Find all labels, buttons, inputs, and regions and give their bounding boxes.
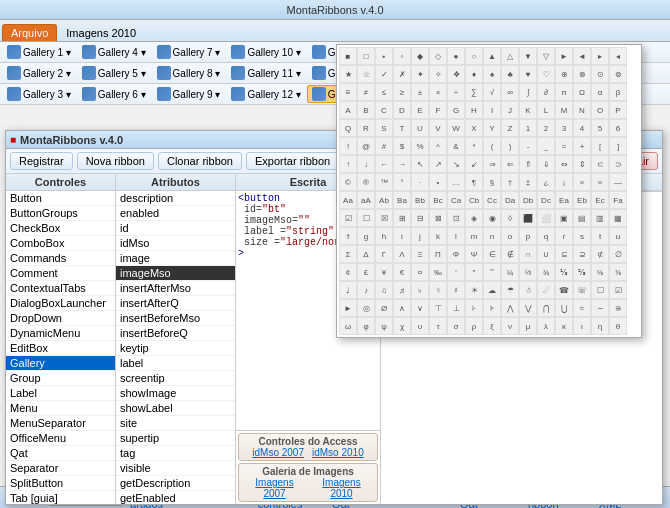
control-item[interactable]: Gallery [6,356,115,371]
overlay-icon[interactable]: ☒ [375,209,393,227]
attr-item[interactable]: insertBeforeMso [116,311,235,326]
control-item[interactable]: CheckBox [6,221,115,236]
overlay-icon[interactable]: ◄ [573,47,591,65]
control-item[interactable]: ComboBox [6,236,115,251]
overlay-icon[interactable]: π [555,83,573,101]
overlay-icon[interactable]: ♪ [357,281,375,299]
overlay-icon[interactable]: R [357,119,375,137]
overlay-icon[interactable]: ↘ [447,155,465,173]
attr-item[interactable]: tag [116,446,235,461]
overlay-icon[interactable]: ∉ [501,245,519,263]
overlay-icon[interactable]: ! [339,137,357,155]
overlay-icon[interactable]: ⊟ [411,209,429,227]
attr-item[interactable]: insertBeforeQ [116,326,235,341]
gallery-2[interactable]: Gallery 2 ▾ [2,64,76,82]
overlay-icon[interactable]: ⊆ [555,245,573,263]
overlay-icon[interactable]: ♯ [447,281,465,299]
overlay-icon[interactable]: ≈ [573,299,591,317]
overlay-icon[interactable]: ′ [447,263,465,281]
overlay-icon[interactable]: ‴ [483,263,501,281]
overlay-icon[interactable]: g [357,227,375,245]
overlay-icon[interactable]: ► [339,299,357,317]
overlay-icon[interactable]: N [573,101,591,119]
clone-ribbon-button[interactable]: Clonar ribbon [158,152,242,170]
overlay-icon[interactable]: † [501,173,519,191]
overlay-icon[interactable]: ⋁ [519,299,537,317]
overlay-icon[interactable]: ☑ [609,281,627,299]
overlay-icon[interactable]: q [537,227,555,245]
overlay-icon[interactable]: ♬ [393,281,411,299]
overlay-icon[interactable]: ▤ [573,209,591,227]
overlay-icon[interactable]: ⊂ [591,155,609,173]
overlay-icon[interactable]: B [357,101,375,119]
overlay-icon[interactable]: ○ [465,47,483,65]
overlay-icon[interactable]: T [393,119,411,137]
overlay-icon[interactable]: ⇓ [537,155,555,173]
overlay-icon[interactable]: 4 [573,119,591,137]
overlay-icon[interactable]: ∧ [393,299,411,317]
overlay-icon[interactable]: 6 [609,119,627,137]
overlay-icon[interactable]: ⊞ [393,209,411,227]
overlay-icon[interactable]: ‰ [429,263,447,281]
overlay-icon[interactable]: ≅ [609,299,627,317]
gallery-5[interactable]: Gallery 5 ▾ [77,64,151,82]
overlay-icon[interactable]: [ [591,137,609,155]
attr-item[interactable]: screentip [116,371,235,386]
overlay-icon[interactable]: H [465,101,483,119]
overlay-icon[interactable]: Λ [393,245,411,263]
attr-item[interactable]: getDescription [116,476,235,491]
overlay-icon[interactable]: % [411,137,429,155]
overlay-icon[interactable]: ∞ [501,83,519,101]
overlay-icon[interactable]: ◊ [501,209,519,227]
attr-item[interactable]: description [116,191,235,206]
overlay-icon[interactable]: ↓ [357,155,375,173]
overlay-icon[interactable]: ▥ [591,209,609,227]
overlay-icon[interactable]: $ [393,137,411,155]
overlay-icon[interactable]: ♥ [519,65,537,83]
overlay-icon[interactable]: ● [447,47,465,65]
overlay-icon[interactable]: β [609,83,627,101]
overlay-icon[interactable]: j [411,227,429,245]
overlay-icon[interactable]: ► [555,47,573,65]
overlay-icon[interactable]: ξ [483,317,501,335]
overlay-icon[interactable]: A [339,101,357,119]
overlay-icon[interactable]: ⊙ [591,65,609,83]
tab-arquivo[interactable]: Arquivo [2,24,57,41]
control-item[interactable]: MenuSeparator [6,416,115,431]
overlay-icon[interactable]: ▸ [591,47,609,65]
overlay-icon[interactable]: ♮ [429,281,447,299]
overlay-icon[interactable]: ∨ [411,299,429,317]
overlay-icon[interactable]: ▲ [483,47,501,65]
overlay-icon[interactable]: ▫ [393,47,411,65]
overlay-icon[interactable]: Ø [375,299,393,317]
overlay-icon[interactable]: Fa [609,191,627,209]
overlay-icon[interactable]: Ξ [411,245,429,263]
overlay-icon[interactable]: ≡ [339,83,357,101]
gallery-3[interactable]: Gallery 3 ▾ [2,85,76,103]
overlay-icon[interactable]: ‡ [519,173,537,191]
overlay-icon[interactable]: ⋃ [555,299,573,317]
overlay-icon[interactable]: ↗ [429,155,447,173]
overlay-icon[interactable]: « [573,173,591,191]
attr-item[interactable]: enabled [116,206,235,221]
overlay-icon[interactable]: @ [357,137,375,155]
control-item[interactable]: ContextualTabs [6,281,115,296]
overlay-icon[interactable]: ± [411,83,429,101]
overlay-icon[interactable]: ← [375,155,393,173]
attr-item[interactable]: showImage [116,386,235,401]
control-item[interactable]: DynamicMenu [6,326,115,341]
attr-item[interactable]: insertAfterQ [116,296,235,311]
control-item[interactable]: Commands [6,251,115,266]
control-item[interactable]: Tab [guia] [6,491,115,504]
overlay-icon[interactable]: * [465,137,483,155]
overlay-icon[interactable]: J [501,101,519,119]
overlay-icon[interactable]: k [429,227,447,245]
overlay-icon[interactable]: l [447,227,465,245]
overlay-icon[interactable]: ® [357,173,375,191]
overlay-icon[interactable]: G [447,101,465,119]
attr-item[interactable]: idMso [116,236,235,251]
overlay-icon[interactable]: F [429,101,447,119]
overlay-icon[interactable]: ♡ [537,65,555,83]
attr-item[interactable]: imageMso [116,266,235,281]
overlay-icon[interactable]: ♣ [501,65,519,83]
